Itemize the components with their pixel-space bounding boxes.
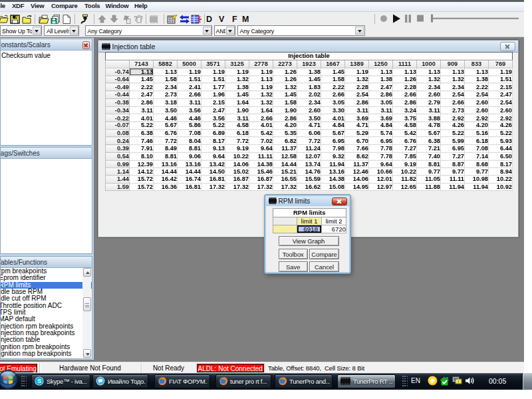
svg-text:S: S	[37, 378, 41, 385]
svg-text:!: !	[458, 380, 460, 384]
